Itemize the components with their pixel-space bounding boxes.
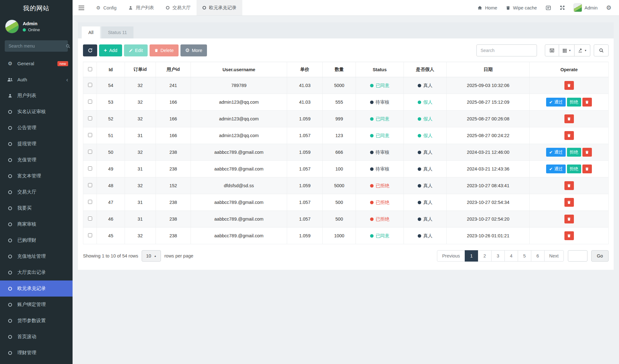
sidebar-item-3[interactable]: 实名认证审核: [0, 104, 73, 120]
column-header[interactable]: 数量: [323, 62, 356, 77]
reject-button[interactable]: 拒绝: [567, 165, 581, 173]
column-header[interactable]: Operate: [530, 62, 609, 77]
column-header[interactable]: Status: [356, 62, 404, 77]
fullscreen-button[interactable]: [560, 5, 565, 10]
delete-button[interactable]: [564, 81, 574, 90]
column-header[interactable]: 日期: [447, 62, 530, 77]
row-checkbox[interactable]: [88, 150, 92, 154]
row-checkbox[interactable]: [88, 183, 92, 187]
cell: 123: [323, 127, 356, 144]
sidebar-item-15[interactable]: 账户绑定管理: [0, 297, 73, 313]
column-header[interactable]: 订单id: [125, 62, 156, 77]
delete-button[interactable]: [564, 215, 574, 223]
admin-avatar: [574, 3, 582, 12]
row-checkbox[interactable]: [88, 217, 92, 221]
sidebar-item-16[interactable]: 货币参数设置: [0, 313, 73, 329]
sidebar-item-0[interactable]: ⚙Generalnew: [0, 55, 73, 72]
advanced-search-button[interactable]: [594, 44, 609, 56]
detail-view-button[interactable]: [545, 44, 559, 56]
edit-button[interactable]: Edit: [124, 44, 148, 56]
next-page-button[interactable]: Next: [544, 250, 564, 262]
page-button-5[interactable]: 5: [518, 250, 531, 262]
hamburger-menu-icon[interactable]: [73, 0, 90, 15]
row-checkbox[interactable]: [88, 233, 92, 237]
column-header[interactable]: User.username: [191, 62, 287, 77]
trash-icon: [567, 234, 571, 238]
sidebar-item-13[interactable]: 大厅卖出记录: [0, 264, 73, 280]
refresh-button[interactable]: [83, 44, 97, 56]
reject-button[interactable]: 拒绝: [567, 98, 581, 107]
topbar-tab-1[interactable]: 用户列表: [122, 0, 160, 15]
sidebar-item-2[interactable]: 用户列表: [0, 88, 73, 104]
delete-button[interactable]: [582, 98, 592, 107]
sidebar-item-17[interactable]: 首页滚动: [0, 329, 73, 345]
row-checkbox[interactable]: [88, 116, 92, 120]
delete-button[interactable]: [564, 181, 574, 190]
sidebar-item-6[interactable]: 充值管理: [0, 152, 73, 168]
delete-button[interactable]: [564, 231, 574, 240]
approve-button[interactable]: ✔通过: [546, 165, 565, 173]
wipe-cache-link[interactable]: Wipe cache: [506, 5, 537, 10]
select-all-checkbox[interactable]: [88, 67, 92, 71]
sidebar-item-4[interactable]: 公告管理: [0, 120, 73, 136]
topbar-tab-0[interactable]: ⚙Config: [90, 0, 122, 15]
page-button-1[interactable]: 1: [465, 250, 478, 262]
page-button-3[interactable]: 3: [491, 250, 505, 262]
column-header[interactable]: 用户id: [156, 62, 191, 77]
delete-button[interactable]: [582, 148, 592, 157]
more-button[interactable]: ⚙ More: [180, 44, 207, 56]
sidebar-item-7[interactable]: 富文本管理: [0, 168, 73, 184]
home-link[interactable]: Home: [477, 5, 497, 10]
page-size-dropdown[interactable]: 10 ▲: [142, 250, 161, 262]
sidebar-item-1[interactable]: Auth‹: [0, 72, 73, 88]
sidebar-item-10[interactable]: 商家审核: [0, 216, 73, 232]
sidebar-item-11[interactable]: 已购理财: [0, 232, 73, 248]
page-button-2[interactable]: 2: [478, 250, 492, 262]
sidebar-item-9[interactable]: 我要买: [0, 200, 73, 216]
export-button[interactable]: ▼: [575, 44, 590, 56]
column-header[interactable]: 单价: [287, 62, 322, 77]
row-checkbox[interactable]: [88, 200, 92, 204]
sidebar-item-18[interactable]: 理财管理: [0, 345, 73, 361]
page-button-6[interactable]: 6: [531, 250, 545, 262]
page-button-4[interactable]: 4: [504, 250, 518, 262]
row-checkbox[interactable]: [88, 83, 92, 87]
reject-button[interactable]: 拒绝: [567, 148, 581, 157]
cell: 32: [125, 94, 156, 111]
previous-page-button[interactable]: Previous: [437, 250, 465, 262]
sidebar-item-12[interactable]: 充值地址管理: [0, 248, 73, 264]
sidebar-item-5[interactable]: 提现管理: [0, 136, 73, 152]
tab-all[interactable]: All: [82, 26, 100, 38]
columns-button[interactable]: ▼: [559, 44, 575, 56]
sidebar-item-14[interactable]: 欧元承兑记录: [0, 280, 73, 297]
column-header[interactable]: Id: [97, 62, 125, 77]
column-header[interactable]: 是否假人: [404, 62, 447, 77]
topbar-tab-label: 用户列表: [136, 5, 154, 11]
approve-button[interactable]: ✔通过: [546, 98, 565, 107]
sidebar-item-8[interactable]: 交易大厅: [0, 184, 73, 200]
table-search-input[interactable]: [476, 44, 537, 56]
sidebar-search-input[interactable]: [9, 43, 66, 49]
row-checkbox[interactable]: [88, 133, 92, 137]
approve-button[interactable]: ✔通过: [546, 148, 565, 157]
delete-button[interactable]: [564, 198, 574, 207]
tab-status-11[interactable]: Status 11: [101, 26, 133, 38]
delete-button[interactable]: Delete: [150, 44, 179, 56]
trash-icon: [567, 133, 571, 138]
row-checkbox[interactable]: [88, 166, 92, 170]
admin-menu[interactable]: Admin: [574, 3, 598, 12]
trash-icon: [567, 200, 571, 205]
topbar-tab-2[interactable]: 交易大厅: [160, 0, 197, 15]
language-button[interactable]: [545, 5, 551, 11]
topbar-tab-3[interactable]: 欧元承兑记录: [197, 0, 242, 15]
go-button[interactable]: Go: [591, 250, 609, 262]
delete-button[interactable]: [582, 165, 592, 173]
goto-page-input[interactable]: [568, 250, 587, 262]
row-checkbox[interactable]: [88, 100, 92, 104]
search-icon[interactable]: [66, 44, 70, 49]
delete-button[interactable]: [564, 114, 574, 123]
add-button[interactable]: + Add: [99, 44, 122, 56]
settings-button[interactable]: ⚙: [606, 5, 611, 11]
status-badge: 已同意: [356, 228, 404, 244]
delete-button[interactable]: [564, 131, 574, 140]
